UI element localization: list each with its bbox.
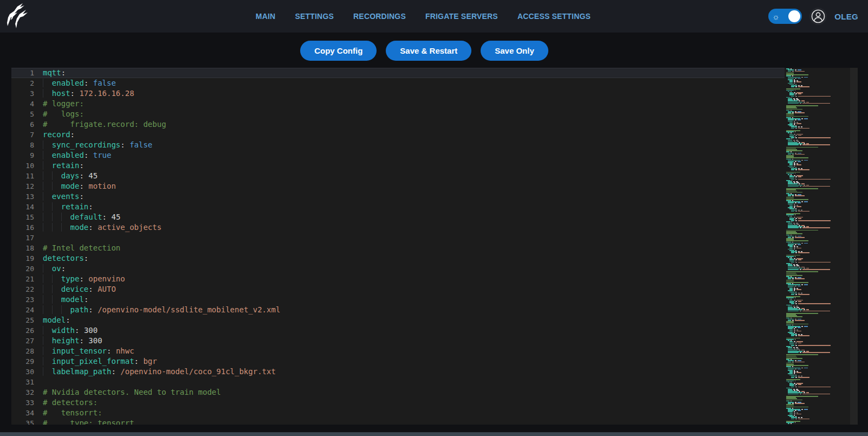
line-number: 26 [11,325,43,336]
code-line[interactable]: detectors: [43,253,785,264]
code-line[interactable]: model: [43,315,785,325]
line-number: 4 [11,99,43,109]
code-line[interactable]: ov: [43,264,785,274]
code-line[interactable]: events: [43,191,785,202]
line-number: 22 [11,284,43,294]
nav-link-main[interactable]: MAIN [256,12,276,21]
code-line[interactable]: # logger: [43,99,785,109]
line-number: 34 [11,408,43,418]
horizontal-scrollbar[interactable] [0,432,868,436]
code-line[interactable] [43,233,785,243]
user-name[interactable]: OLEG [834,12,858,21]
editor-scrollbar[interactable] [850,68,858,425]
line-number: 14 [11,202,43,212]
code-line[interactable]: host: 172.16.16.28 [43,88,785,99]
code-line[interactable]: retain: [43,202,785,212]
code-line[interactable]: days: 45 [43,171,785,181]
line-number: 17 [11,233,43,243]
editor-code[interactable]: mqtt: enabled: false host: 172.16.16.28#… [43,68,785,425]
nav-link-recordings[interactable]: RECORDINGS [353,12,406,21]
line-number: 8 [11,140,43,150]
code-line[interactable]: # detectors: [43,397,785,408]
minimap[interactable] [785,68,850,425]
line-number: 21 [11,274,43,284]
code-line[interactable]: mode: motion [43,181,785,191]
line-number: 35 [11,418,43,425]
navbar-right-group: ☼ OLEG [768,0,858,33]
code-line[interactable]: # frigate.record: debug [43,119,785,130]
line-number: 15 [11,212,43,222]
code-line[interactable]: height: 300 [43,336,785,346]
code-line[interactable]: mode: active_objects [43,222,785,233]
line-number: 28 [11,346,43,356]
code-line[interactable]: # logs: [43,109,785,119]
code-line[interactable]: retain: [43,161,785,171]
code-line[interactable]: input_pixel_format: bgr [43,356,785,367]
code-line[interactable]: width: 300 [43,325,785,336]
code-line[interactable]: type: openvino [43,274,785,284]
user-avatar-icon[interactable] [809,8,827,25]
line-number: 16 [11,222,43,233]
nav-link-access-settings[interactable]: ACCESS SETTINGS [517,12,591,21]
config-editor[interactable]: 1234567891011121314151617181920212223242… [11,68,858,425]
toggle-knob [788,10,800,22]
line-number: 9 [11,150,43,161]
sun-icon: ☼ [772,12,780,21]
line-number: 30 [11,367,43,377]
frigate-logo-icon[interactable] [7,2,34,30]
save-only-button[interactable]: Save Only [481,41,548,61]
line-number: 6 [11,119,43,130]
line-number: 33 [11,397,43,408]
line-number: 13 [11,191,43,202]
line-number: 5 [11,109,43,119]
minimap-line [786,423,850,424]
save-restart-button[interactable]: Save & Restart [386,41,471,61]
config-toolbar: Copy Config Save & Restart Save Only [0,33,858,68]
editor-gutter: 1234567891011121314151617181920212223242… [11,68,43,425]
code-line[interactable]: path: /openvino-model/ssdlite_mobilenet_… [43,305,785,315]
line-number: 20 [11,264,43,274]
nav-link-settings[interactable]: SETTINGS [295,12,334,21]
code-line[interactable]: model: [43,294,785,305]
copy-config-button[interactable]: Copy Config [300,41,377,61]
line-number: 32 [11,387,43,397]
code-line[interactable] [43,377,785,387]
nav-link-frigate-servers[interactable]: FRIGATE SERVERS [425,12,498,21]
code-line[interactable]: default: 45 [43,212,785,222]
code-line[interactable]: device: AUTO [43,284,785,294]
code-line[interactable]: enabled: false [43,78,785,88]
line-number: 27 [11,336,43,346]
line-number: 25 [11,315,43,325]
code-line[interactable]: sync_recordings: false [43,140,785,150]
theme-toggle[interactable]: ☼ [768,9,802,24]
line-number: 11 [11,171,43,181]
line-number: 10 [11,161,43,171]
line-number: 31 [11,377,43,387]
code-line[interactable]: labelmap_path: /openvino-model/coco_91cl… [43,367,785,377]
code-line[interactable]: mqtt: [43,68,785,78]
line-number: 24 [11,305,43,315]
line-number: 12 [11,181,43,191]
line-number: 23 [11,294,43,305]
code-line[interactable]: # type: tensorrt [43,418,785,425]
code-line[interactable]: record: [43,130,785,140]
line-number: 2 [11,78,43,88]
code-line[interactable]: enabled: true [43,150,785,161]
main-navigation: MAIN SETTINGS RECORDINGS FRIGATE SERVERS… [261,12,586,21]
top-navbar: MAIN SETTINGS RECORDINGS FRIGATE SERVERS… [0,0,868,33]
code-line[interactable]: # Intel detection [43,243,785,253]
line-number: 19 [11,253,43,264]
line-number: 1 [11,68,43,78]
line-number: 18 [11,243,43,253]
code-line[interactable]: input_tensor: nhwc [43,346,785,356]
line-number: 29 [11,356,43,367]
line-number: 3 [11,88,43,99]
code-line[interactable]: # Nvidia detectors. Need to train model [43,387,785,397]
line-number: 7 [11,130,43,140]
code-line[interactable]: # tensorrt: [43,408,785,418]
